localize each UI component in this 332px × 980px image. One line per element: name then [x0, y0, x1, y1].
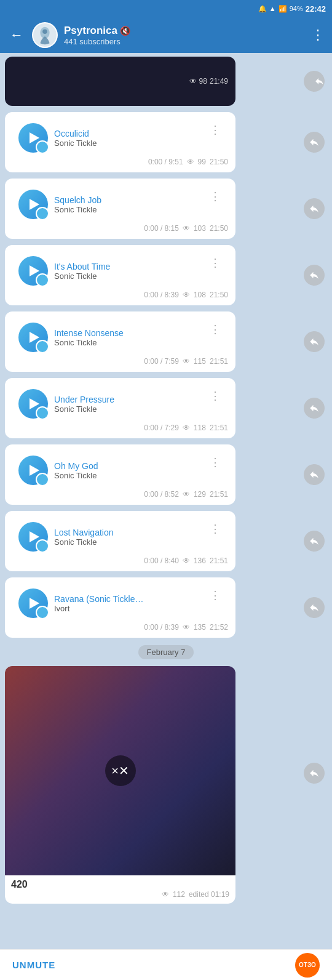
- track-title-0: Occulicid: [54, 129, 202, 139]
- wifi-icon: ▲: [269, 5, 276, 12]
- share-button-7[interactable]: [304, 597, 325, 618]
- play-button-1[interactable]: ↓: [18, 190, 48, 219]
- play-button-4[interactable]: ↓: [18, 389, 48, 419]
- play-button-2[interactable]: ↓: [18, 256, 48, 286]
- track-card-6: ↓ Lost Navigation Sonic Tickle ⋮ 0:00 / …: [5, 511, 235, 571]
- track-duration-2: 0:00 / 8:39: [144, 291, 179, 299]
- close-icon: ×: [111, 764, 119, 778]
- back-button[interactable]: ←: [7, 25, 26, 46]
- track-title-2: It's About Time: [54, 262, 202, 271]
- track-wrap-1: ↓ Squelch Job Sonic Tickle ⋮ 0:00 / 8:15…: [5, 176, 327, 241]
- track-card-3: ↓ Intense Nonsense Sonic Tickle ⋮ 0:00 /…: [5, 311, 235, 372]
- image-message: × ✕ 420 👁 112 edited 01:19: [5, 666, 235, 904]
- share-button-video[interactable]: [304, 71, 325, 92]
- video-message-wrap: 👁 98 21:49: [5, 53, 327, 110]
- track-wrap-3: ↓ Intense Nonsense Sonic Tickle ⋮ 0:00 /…: [5, 309, 327, 374]
- share-button-6[interactable]: [304, 531, 325, 552]
- play-icon-5: [30, 465, 39, 476]
- more-button-0[interactable]: ⋮: [208, 123, 222, 137]
- download-icon-6: ↓: [38, 541, 47, 551]
- video-message[interactable]: 👁 98 21:49: [5, 57, 235, 106]
- audio-info-3: Intense Nonsense Sonic Tickle: [54, 328, 202, 347]
- track-title-4: Under Pressure: [54, 395, 202, 404]
- track-time-3: 21:51: [210, 357, 228, 366]
- download-icon-5: ↓: [38, 475, 47, 484]
- video-meta: 👁 98 21:49: [189, 77, 228, 86]
- image-caption: 420 👁 112 edited 01:19: [5, 875, 235, 904]
- audio-card-6: ↓ Lost Navigation Sonic Tickle ⋮: [12, 517, 228, 555]
- track-time-2: 21:50: [210, 291, 228, 299]
- share-button-4[interactable]: [304, 398, 325, 419]
- download-icon-3: ↓: [38, 342, 47, 351]
- track-artist-5: Sonic Tickle: [54, 471, 202, 480]
- video-time: 21:49: [210, 77, 228, 86]
- play-button-3[interactable]: ↓: [18, 323, 48, 352]
- more-button-3[interactable]: ⋮: [208, 323, 222, 336]
- track-card-0: ↓ Occulicid Sonic Tickle ⋮ 0:00 / 9:51 👁…: [5, 112, 235, 172]
- subscriber-count: 441 subscribers: [64, 37, 305, 46]
- date-label: February 7: [138, 645, 194, 659]
- caption-views: 112: [173, 890, 185, 899]
- track-views-5: 129: [194, 490, 206, 499]
- audio-card-5: ↓ Oh My God Sonic Tickle ⋮: [12, 451, 228, 489]
- caption-time: edited 01:19: [189, 890, 229, 899]
- download-icon-0: ↓: [38, 142, 47, 152]
- track-artist-4: Sonic Tickle: [54, 404, 202, 414]
- track-duration-7: 0:00 / 8:39: [144, 623, 179, 632]
- close-button[interactable]: × ✕: [105, 755, 136, 786]
- more-button-6[interactable]: ⋮: [208, 522, 222, 536]
- alarm-icon: 🔔: [258, 5, 267, 13]
- otzovik-logo: ОТЗО: [295, 953, 320, 978]
- track-time-6: 21:51: [210, 556, 228, 565]
- more-button-7[interactable]: ⋮: [208, 588, 222, 602]
- eye-icon-2: 👁: [183, 291, 190, 299]
- share-button-image[interactable]: [304, 763, 325, 784]
- track-views-2: 108: [194, 291, 206, 299]
- more-button-4[interactable]: ⋮: [208, 389, 222, 403]
- share-button-3[interactable]: [304, 331, 325, 352]
- play-button-6[interactable]: ↓: [18, 522, 48, 552]
- audio-info-6: Lost Navigation Sonic Tickle: [54, 528, 202, 547]
- track-views-3: 115: [194, 357, 206, 366]
- play-button-0[interactable]: ↓: [18, 123, 48, 153]
- download-icon-4: ↓: [38, 408, 47, 418]
- track-duration-0: 0:00 / 9:51: [148, 158, 183, 166]
- play-icon-3: [30, 332, 39, 343]
- play-button-7[interactable]: ↓: [18, 588, 48, 618]
- audio-info-4: Under Pressure Sonic Tickle: [54, 395, 202, 414]
- unmute-button[interactable]: UNMUTE: [12, 960, 55, 970]
- channel-name: Psytronica: [64, 25, 117, 37]
- image-placeholder[interactable]: × ✕: [5, 666, 235, 875]
- menu-button[interactable]: ⋮: [311, 27, 325, 43]
- signal-icon: 📶: [279, 5, 287, 13]
- audio-meta-1: 0:00 / 8:15 👁 103 21:50: [12, 223, 228, 233]
- channel-info: Psytronica 🔇 441 subscribers: [64, 25, 305, 46]
- track-artist-7: Ivort: [54, 604, 202, 613]
- tracks-container: ↓ Occulicid Sonic Tickle ⋮ 0:00 / 9:51 👁…: [5, 110, 327, 640]
- more-button-5[interactable]: ⋮: [208, 456, 222, 469]
- share-button-2[interactable]: [304, 265, 325, 286]
- more-button-2[interactable]: ⋮: [208, 256, 222, 270]
- share-button-1[interactable]: [304, 198, 325, 219]
- audio-card-2: ↓ It's About Time Sonic Tickle ⋮: [12, 251, 228, 289]
- track-title-1: Squelch Job: [54, 195, 202, 205]
- more-button-1[interactable]: ⋮: [208, 190, 222, 203]
- battery-text: 94%: [290, 5, 303, 12]
- eye-icon-7: 👁: [183, 623, 190, 632]
- share-button-0[interactable]: [304, 132, 325, 153]
- track-artist-3: Sonic Tickle: [54, 338, 202, 347]
- eye-icon-3: 👁: [183, 357, 190, 366]
- track-time-7: 21:52: [210, 623, 228, 632]
- eye-icon-6: 👁: [183, 556, 190, 565]
- audio-card-7: ↓ Ravana (Sonic Tickle… Ivort ⋮: [12, 584, 228, 622]
- track-views-1: 103: [194, 224, 206, 233]
- share-button-5[interactable]: [304, 464, 325, 485]
- eye-icon-0: 👁: [187, 158, 194, 166]
- track-duration-6: 0:00 / 8:40: [144, 556, 179, 565]
- play-button-5[interactable]: ↓: [18, 456, 48, 485]
- track-artist-1: Sonic Tickle: [54, 205, 202, 214]
- track-duration-5: 0:00 / 8:52: [144, 490, 179, 499]
- track-views-0: 99: [198, 158, 206, 166]
- track-title-6: Lost Navigation: [54, 528, 202, 537]
- track-wrap-2: ↓ It's About Time Sonic Tickle ⋮ 0:00 / …: [5, 243, 327, 308]
